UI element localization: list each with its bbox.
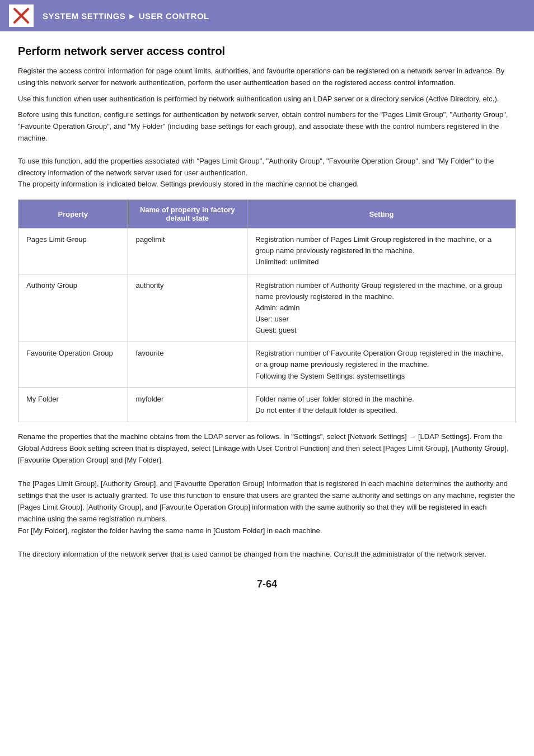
cell-property-1: Authority Group <box>18 274 128 342</box>
cell-property-0: Pages Limit Group <box>18 228 128 274</box>
col-header-property: Property <box>18 200 128 228</box>
table-row: Pages Limit GrouppagelimitRegistration n… <box>18 228 516 274</box>
page-number: 7-64 <box>18 578 516 590</box>
col-header-factory-default: Name of property in factorydefault state <box>128 200 247 228</box>
content-area: Perform network server access control Re… <box>0 31 534 608</box>
cell-setting-3: Folder name of user folder stored in the… <box>247 388 516 422</box>
intro-paragraph-2: Use this function when user authenticati… <box>18 94 516 105</box>
bottom-text-1: Rename the properties that the machine o… <box>18 431 516 466</box>
logo <box>9 4 34 27</box>
header-title-part1: SYSTEM SETTINGS <box>43 11 125 21</box>
bottom-text-2: The [Pages Limit Group], [Authority Grou… <box>18 478 516 536</box>
intro-paragraph-1: Register the access control information … <box>18 66 516 89</box>
property-table: Property Name of property in factorydefa… <box>18 199 516 422</box>
table-row: Favourite Operation GroupfavouriteRegist… <box>18 342 516 388</box>
cell-factory-default-1: authority <box>128 274 247 342</box>
cell-setting-0: Registration number of Pages Limit Group… <box>247 228 516 274</box>
intro-paragraph-3: Before using this function, configure se… <box>18 109 516 144</box>
bottom-text-3: The directory information of the network… <box>18 549 516 561</box>
intro-paragraph-4: To use this function, add the properties… <box>18 156 516 190</box>
col-header-setting: Setting <box>247 200 516 228</box>
header-arrow: ► <box>128 11 136 21</box>
logo-icon <box>12 7 30 25</box>
table-row: My FoldermyfolderFolder name of user fol… <box>18 388 516 422</box>
cell-setting-1: Registration number of Authority Group r… <box>247 274 516 342</box>
cell-factory-default-0: pagelimit <box>128 228 247 274</box>
cell-setting-2: Registration number of Favourite Operati… <box>247 342 516 388</box>
header-title-part2: USER CONTROL <box>139 11 209 21</box>
header-title: SYSTEM SETTINGS►USER CONTROL <box>43 11 209 21</box>
header: SYSTEM SETTINGS►USER CONTROL <box>0 0 534 31</box>
page-title: Perform network server access control <box>18 45 516 58</box>
table-row: Authority GroupauthorityRegistration num… <box>18 274 516 342</box>
cell-factory-default-2: favourite <box>128 342 247 388</box>
cell-property-2: Favourite Operation Group <box>18 342 128 388</box>
cell-factory-default-3: myfolder <box>128 388 247 422</box>
cell-property-3: My Folder <box>18 388 128 422</box>
